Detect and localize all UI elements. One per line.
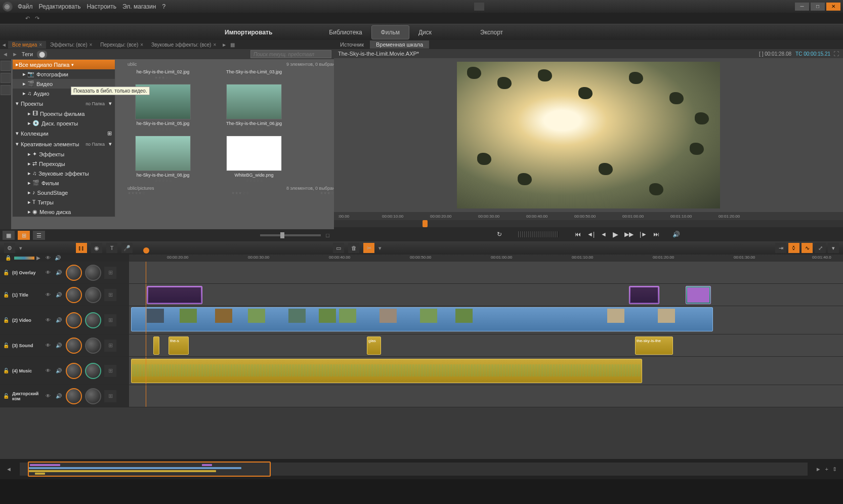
snapshot-icon[interactable]: ▭ (333, 243, 344, 253)
lib-tab-all-media[interactable]: Все медиа× (8, 41, 46, 49)
nav-back-icon[interactable]: ◄ (3, 51, 8, 57)
track-fx-icon[interactable]: ⊞ (104, 365, 116, 377)
split-icon[interactable]: ⤢ (815, 243, 826, 253)
tree-photos[interactable]: ▸ 📷 Фотографии (13, 69, 115, 79)
volume-knob[interactable] (66, 338, 82, 354)
lock-icon[interactable]: 🔓 (3, 393, 9, 399)
expand-icon[interactable]: ⛶ (833, 51, 839, 57)
delete-icon[interactable]: 🗑 (348, 243, 359, 253)
loop-icon[interactable]: ↻ (497, 231, 502, 238)
overview-track[interactable] (20, 463, 808, 476)
razor-icon[interactable]: ✂ (363, 243, 374, 253)
magnet-icon[interactable]: ⧲ (788, 243, 799, 253)
lib-tab-soundfx[interactable]: Звуковые эффекты: (все)× (147, 41, 220, 49)
timeline-ruler[interactable]: 00:00:20.00 00:00:30.00 00:00:40.00 00:0… (129, 255, 843, 262)
overview-expand-icon[interactable]: ⇕ (832, 466, 837, 473)
track-fx-icon[interactable]: ⊞ (104, 390, 116, 402)
tags-toggle-icon[interactable]: ⬤ (37, 51, 47, 58)
track-speaker-icon[interactable]: 🔊 (55, 255, 62, 261)
lib-tab-add-icon[interactable]: ▦ (228, 42, 236, 48)
overview-window[interactable] (28, 461, 271, 477)
view-list-button[interactable]: ☰ (33, 231, 45, 240)
sound-clip[interactable] (153, 337, 159, 355)
import-button[interactable]: Импортировать (218, 27, 279, 38)
tree-disc-projects[interactable]: ▸ 💿 Диск. проекты (13, 118, 115, 128)
title-clip[interactable] (147, 286, 202, 304)
undo-icon[interactable]: ↶ (25, 15, 30, 22)
link-icon[interactable]: ∿ (802, 243, 813, 253)
lib-tab-transitions[interactable]: Переходы: (все)× (96, 41, 147, 49)
window-maximize-button[interactable]: □ (811, 3, 825, 11)
overview-left-icon[interactable]: ◄ (6, 466, 12, 472)
track-fx-icon[interactable]: ⊞ (104, 289, 116, 301)
thumb-item[interactable]: he-Sky-is-the-Limit_02.jpg★★★☆☆ (128, 69, 198, 80)
eye-icon[interactable]: 👁 (46, 343, 53, 349)
tree-discmenu[interactable]: ▸ ◉ Меню диска (13, 207, 115, 217)
menu-store[interactable]: Эл. магазин (122, 3, 156, 10)
thumb-size-slider[interactable] (260, 234, 321, 236)
timeline-tab[interactable]: Временная шкала (370, 40, 429, 49)
sound-clip[interactable]: glas (367, 337, 381, 355)
thumb-item[interactable]: The-Sky-is-the-Limit_06.jpg☆☆☆☆☆ (219, 82, 289, 132)
redo-icon[interactable]: ↷ (35, 15, 39, 22)
jog-wheel[interactable] (518, 231, 559, 237)
eye-icon[interactable]: 👁 (46, 393, 53, 399)
tree-movie-templates[interactable]: ▸ 🎬 Фильм (13, 178, 115, 188)
goto-end-icon[interactable]: ⏭ (653, 231, 659, 238)
pan-knob[interactable] (85, 338, 101, 354)
track-fx-icon[interactable]: ⊞ (104, 314, 116, 326)
tree-projects[interactable]: ▾ Проектыпо Папка▾ (13, 98, 115, 109)
goto-start-icon[interactable]: ⏮ (575, 231, 581, 238)
thumb-item[interactable]: WhiteBG_wide.png☆☆☆☆☆ (219, 134, 289, 183)
play-icon[interactable]: ▶ (613, 230, 618, 238)
view-scenes-button[interactable]: ▦ (3, 231, 15, 240)
eye-icon[interactable]: 👁 (46, 317, 53, 323)
volume-knob[interactable] (66, 388, 82, 404)
lock-icon[interactable]: 🔓 (3, 270, 9, 275)
tab-movie[interactable]: Фильм (371, 25, 409, 39)
tab-export[interactable]: Экспорт (471, 26, 512, 39)
track-expand-icon[interactable]: ▶ (36, 255, 44, 261)
eye-icon[interactable]: 👁 (46, 368, 53, 374)
preview-ruler[interactable]: :00.00 00:00:10.00 00:00:20.00 00:00:30.… (334, 212, 843, 220)
lock-icon[interactable]: 🔓 (3, 343, 9, 348)
step-back-icon[interactable]: ◄| (587, 231, 595, 238)
pan-knob[interactable] (85, 388, 101, 404)
mute-icon[interactable]: 🔊 (672, 231, 680, 238)
thumb-item[interactable]: he-Sky-is-the-Limit_08.jpg☆☆☆☆☆ (128, 134, 198, 183)
trim-icon[interactable]: ⇥ (775, 243, 786, 253)
tree-transitions[interactable]: ▸ ⇄ Переходы (13, 159, 115, 169)
eye-icon[interactable]: 👁 (46, 292, 53, 298)
lib-tab-effects[interactable]: Эффекты: (все)× (46, 41, 96, 49)
track-eye-icon[interactable]: 👁 (46, 255, 53, 261)
pan-knob[interactable] (85, 312, 101, 328)
tab-disc[interactable]: Диск (409, 26, 441, 39)
speaker-icon[interactable]: 🔊 (56, 393, 63, 399)
menu-setup[interactable]: Настроить (87, 3, 116, 10)
volume-knob[interactable] (66, 265, 82, 281)
marker-dropdown-icon[interactable]: ▾ (828, 243, 839, 253)
music-clip[interactable] (131, 359, 642, 383)
sound-clip[interactable]: the-s (168, 337, 189, 355)
lock-icon[interactable]: 🔓 (3, 292, 9, 298)
overview-right-icon[interactable]: ► (816, 466, 821, 472)
settings-icon[interactable]: ⚙ (4, 243, 15, 253)
pan-knob[interactable] (85, 265, 101, 281)
voice-icon[interactable]: 🎤 (121, 243, 133, 253)
speaker-icon[interactable]: 🔊 (56, 270, 63, 276)
play-reverse-icon[interactable]: ◄ (601, 231, 607, 238)
side-info-icon[interactable] (1, 85, 11, 95)
menu-file[interactable]: Файл (18, 3, 33, 10)
track-fx-icon[interactable]: ⊞ (104, 340, 116, 352)
tab-library[interactable]: Библиотека (320, 26, 371, 39)
nav-fwd-icon[interactable]: ► (12, 51, 18, 57)
speaker-icon[interactable]: 🔊 (56, 368, 63, 374)
side-filter-icon[interactable] (1, 73, 11, 83)
overview-add-icon[interactable]: + (825, 466, 828, 472)
source-tab[interactable]: Источник (334, 40, 370, 49)
preview-scrubber[interactable] (334, 220, 843, 227)
cart-icon[interactable] (474, 3, 484, 11)
eye-icon[interactable]: 👁 (46, 270, 53, 276)
window-close-button[interactable]: ✕ (826, 3, 840, 11)
speaker-icon[interactable]: 🔊 (56, 292, 63, 298)
